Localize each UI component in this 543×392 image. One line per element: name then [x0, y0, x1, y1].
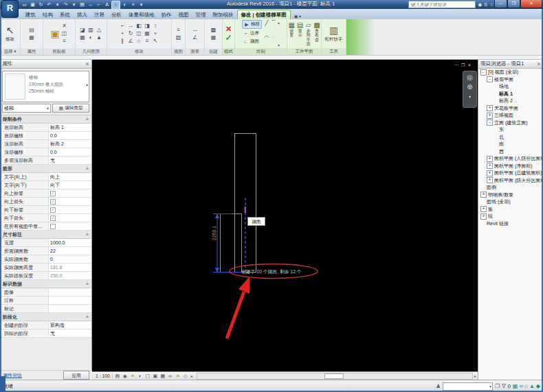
tree-item[interactable]: 西	[478, 148, 543, 156]
ribbon-display-toggle[interactable]: ▣ ▾	[291, 12, 304, 19]
detail-level-button[interactable]: ▤	[114, 373, 121, 379]
crop-view-button[interactable]: ▣	[152, 373, 159, 379]
expand-icon[interactable]: +	[487, 113, 493, 119]
edit-type-button[interactable]: ▦ 编辑类型	[52, 104, 89, 113]
worksets-icon[interactable]: ♟	[436, 383, 441, 389]
section-button[interactable]: ◐	[121, 1, 129, 8]
properties-help-link[interactable]: 属性帮助	[3, 372, 22, 379]
search-icon[interactable]: ◉	[478, 2, 482, 8]
aligned-dimension-button[interactable]: ⌐	[95, 1, 102, 8]
section-header[interactable]: 限制条件»	[0, 115, 91, 124]
tab-contextual-modify[interactable]: 修改 | 创建楼梯草图	[237, 10, 291, 19]
hscroll-thumb[interactable]	[324, 373, 344, 379]
view-close-icon[interactable]: ✕	[467, 62, 471, 67]
property-value[interactable]: 0.0	[49, 132, 91, 139]
subscription-icon[interactable]: S	[484, 2, 487, 7]
split-face-icon[interactable]: ▦	[79, 34, 86, 41]
property-value[interactable]	[49, 297, 91, 304]
expand-icon[interactable]: +	[480, 192, 487, 198]
redo-dropdown[interactable]: ▾	[70, 1, 78, 8]
join-geometry-icon[interactable]: ▥	[87, 27, 94, 34]
collapse-icon[interactable]: -	[487, 76, 493, 82]
expand-icon[interactable]: +	[487, 163, 493, 169]
tree-item[interactable]: 标高 2	[478, 97, 543, 105]
property-value[interactable]: 0.0	[49, 148, 91, 156]
properties-close-icon[interactable]: ✕	[85, 61, 89, 67]
apply-button[interactable]: 应用	[63, 371, 89, 380]
properties-header[interactable]: 属性 ✕	[0, 60, 91, 69]
section-pin-icon[interactable]: »	[86, 115, 89, 123]
steering-wheel-icon[interactable]: ◎	[467, 74, 473, 81]
tangent-arc-tool[interactable]: ◠	[263, 34, 270, 41]
property-value[interactable]	[49, 222, 91, 230]
delete-icon[interactable]: ×	[152, 30, 159, 37]
property-value[interactable]	[49, 305, 91, 312]
section-header[interactable]: 图形»	[0, 165, 91, 173]
create-similar-icon[interactable]: ▦	[210, 34, 217, 41]
finish-sketch-button[interactable]: ✓	[225, 34, 232, 42]
extend-icon[interactable]: ↕	[152, 23, 159, 30]
panel-select-label[interactable]: 选择 ▾	[0, 48, 20, 55]
collapse-icon[interactable]: -	[480, 69, 487, 76]
tree-item[interactable]: 标高 1	[478, 91, 543, 98]
analytical-model-button[interactable]: ◇	[182, 373, 189, 379]
close-hidden-icon[interactable]: ▧	[175, 34, 182, 41]
offset-icon[interactable]: ↔	[127, 23, 134, 30]
move-icon[interactable]: +	[119, 30, 126, 37]
expand-icon[interactable]: +	[480, 214, 487, 220]
reveal-hidden-elements-button[interactable]: ¤	[175, 373, 181, 379]
property-value[interactable]: 250.0	[49, 272, 91, 279]
hscroll-left-icon[interactable]: ◂	[190, 373, 192, 378]
type-selector[interactable]: 楼梯 190mm 最大踢面 250mm 梯段 ▾	[2, 71, 89, 102]
undo-button[interactable]: ↶	[45, 1, 53, 8]
temporary-hide-isolate-button[interactable]: ∞	[167, 373, 174, 379]
expand-icon[interactable]: +	[487, 105, 493, 111]
demolish-icon[interactable]: ◐	[87, 34, 94, 41]
view-scale-button[interactable]: 1 : 100	[93, 373, 113, 378]
tree-item[interactable]: 东	[478, 126, 543, 134]
element-filter-combo[interactable]: 楼梯 ▾	[2, 104, 51, 113]
property-value[interactable]	[49, 198, 91, 205]
visual-style-button[interactable]: ◉	[122, 373, 129, 379]
section-pin-icon[interactable]: »	[86, 165, 89, 172]
tree-item[interactable]: Revit 链接	[478, 220, 543, 228]
draw-scroll-up-icon[interactable]: ▴	[278, 20, 280, 25]
tab-系统[interactable]: 系统	[56, 10, 74, 19]
tab-注释[interactable]: 注释	[91, 10, 108, 19]
property-value[interactable]: 0	[49, 255, 91, 263]
measure-between-refs-icon[interactable]: ↔	[192, 27, 199, 34]
measure-button[interactable]: ↔	[87, 1, 94, 8]
show-workplane-button[interactable]: ▤显示	[296, 21, 303, 38]
hscroll-right-icon[interactable]: ▸	[474, 373, 476, 378]
select-by-face-toggle[interactable]: ▲	[529, 383, 535, 389]
tree-item[interactable]: +面积平面 (防火分区面积)	[478, 177, 543, 185]
section-pin-icon[interactable]: »	[86, 231, 89, 238]
properties-palette-icon[interactable]: ▤	[28, 27, 35, 34]
property-checkbox[interactable]	[50, 224, 56, 229]
match-type-icon[interactable]: ≡	[61, 38, 68, 45]
property-value[interactable]	[49, 189, 91, 197]
tab-附加模块[interactable]: 附加模块	[210, 10, 237, 19]
tab-建筑[interactable]: 建筑	[22, 10, 39, 19]
array-icon[interactable]: ▦	[144, 30, 151, 37]
open-button[interactable]: ▭	[21, 1, 28, 8]
aligned-dimension-icon[interactable]: ∠	[192, 34, 199, 41]
run-tool[interactable]: ▶梯段	[242, 20, 262, 29]
tab-视图[interactable]: 视图	[175, 10, 192, 19]
navbar-dropdown-icon[interactable]: ▾	[469, 93, 471, 100]
property-checkbox[interactable]	[50, 216, 56, 221]
tab-管理[interactable]: 管理	[192, 10, 210, 19]
tab-体量和场地[interactable]: 体量和场地	[125, 10, 158, 19]
create-group-icon[interactable]: ▩	[210, 27, 217, 34]
cancel-sketch-button[interactable]: ✕	[225, 25, 232, 33]
riser-tool[interactable]: ∟踢面	[242, 38, 262, 45]
property-checkbox[interactable]	[50, 191, 56, 196]
favorites-star-icon[interactable]: ☆	[489, 2, 494, 8]
property-checkbox[interactable]	[50, 199, 56, 205]
property-value[interactable]: 无	[49, 157, 91, 164]
thin-lines-icon[interactable]: ≡	[175, 27, 182, 34]
tree-item[interactable]: -[0] 视图 (全部)	[478, 69, 543, 76]
tree-item[interactable]: +天花板平面	[478, 105, 543, 113]
restore-button[interactable]: ❐	[507, 0, 520, 8]
align-icon[interactable]: ⌐	[119, 23, 126, 30]
